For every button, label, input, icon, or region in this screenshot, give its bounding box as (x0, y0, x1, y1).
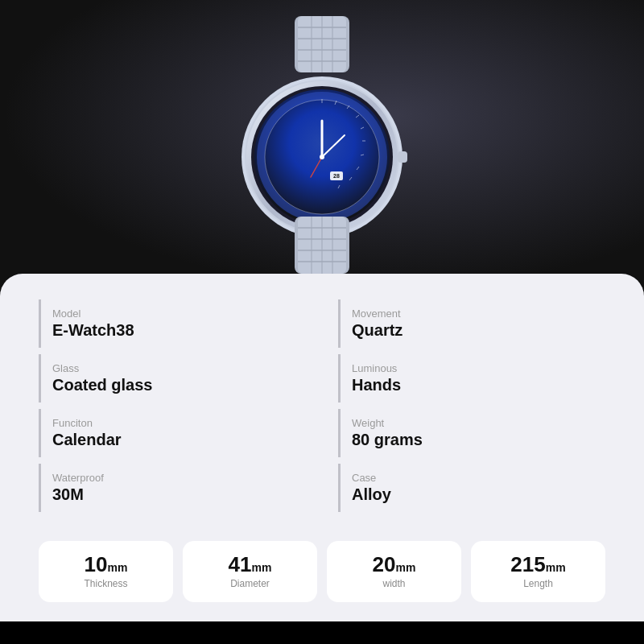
spec-case-label: Case (352, 472, 605, 484)
spec-movement-label: Movement (352, 308, 605, 320)
spec-waterproof-label: Waterproof (52, 472, 306, 484)
watch-illustration: 28 (217, 16, 427, 274)
spec-waterproof-value: 30M (52, 485, 306, 504)
measurement-thickness-label: Thickness (84, 578, 127, 589)
spec-movement: Movement Quartz (338, 299, 605, 348)
measurement-width-value: 20mm (373, 554, 416, 575)
info-panel: Model E-Watch38 Glass Coated glass Funci… (0, 274, 644, 621)
spec-function-value: Calendar (52, 431, 306, 449)
spec-luminous: Luminous Hands (338, 354, 605, 402)
measurement-diameter-value: 41mm (229, 554, 272, 575)
measurement-length-label: Length (523, 578, 553, 589)
spec-case-value: Alloy (352, 485, 605, 504)
measurement-diameter: 41mm Diameter (183, 541, 317, 602)
spec-movement-value: Quartz (352, 321, 605, 340)
measurement-thickness-value: 10mm (85, 554, 128, 575)
spec-weight: Weight 80 grams (338, 409, 605, 457)
measurement-width-label: width (382, 578, 405, 589)
spec-model: Model E-Watch38 (39, 299, 306, 348)
spec-function: Funciton Calendar (39, 409, 306, 457)
measurement-diameter-label: Diameter (230, 578, 270, 589)
specs-left-column: Model E-Watch38 Glass Coated glass Funci… (39, 299, 306, 518)
spec-glass-value: Coated glass (52, 376, 306, 394)
spec-glass-label: Glass (52, 362, 306, 374)
spec-case: Case Alloy (338, 464, 605, 512)
spec-model-value: E-Watch38 (52, 321, 306, 340)
spec-luminous-label: Luminous (352, 362, 605, 374)
measurement-length: 215mm Length (471, 541, 605, 602)
spec-luminous-value: Hands (352, 376, 605, 394)
spec-weight-value: 80 grams (352, 431, 605, 449)
svg-rect-32 (398, 151, 407, 163)
measurement-width: 20mm width (327, 541, 461, 602)
svg-point-29 (320, 155, 324, 159)
watch-image-section: 28 (0, 0, 644, 290)
specs-grid: Model E-Watch38 Glass Coated glass Funci… (39, 299, 605, 518)
spec-function-label: Funciton (52, 417, 306, 429)
measurement-length-value: 215mm (510, 554, 565, 575)
measurements-row: 10mm Thickness 41mm Diameter 20mm width … (39, 541, 605, 602)
spec-waterproof: Waterproof 30M (39, 464, 306, 512)
specs-right-column: Movement Quartz Luminous Hands Weight 80… (338, 299, 605, 518)
spec-glass: Glass Coated glass (39, 354, 306, 402)
spec-model-label: Model (52, 308, 306, 320)
spec-weight-label: Weight (352, 417, 605, 429)
svg-text:28: 28 (333, 173, 340, 179)
measurement-thickness: 10mm Thickness (39, 541, 173, 602)
